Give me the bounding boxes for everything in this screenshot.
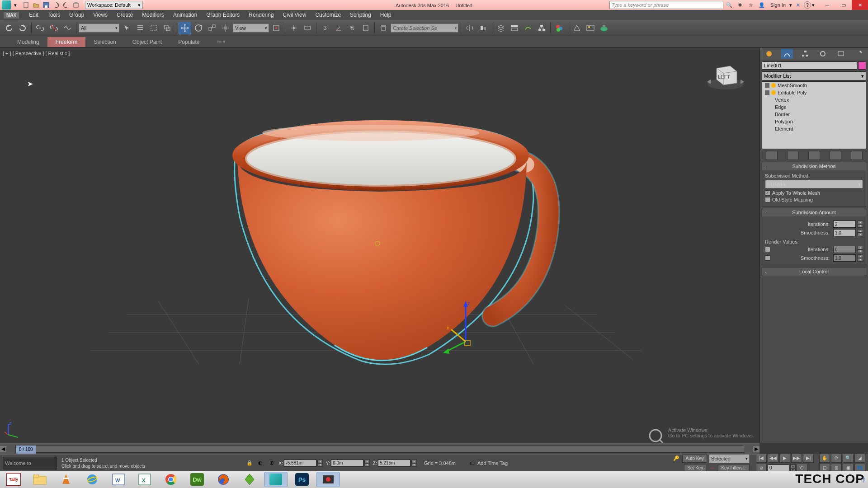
configure-sets-icon[interactable] — [851, 151, 863, 160]
selection-filter-dropdown[interactable]: All — [79, 23, 119, 33]
render-smoothness-checkbox[interactable] — [765, 255, 770, 261]
edit-named-sel-icon[interactable] — [377, 22, 390, 34]
taskbar-coreldraw[interactable] — [238, 472, 261, 487]
modifier-vertex[interactable]: Vertex — [762, 96, 866, 103]
manipulate-icon[interactable] — [288, 22, 300, 34]
modifier-editable-poly[interactable]: Editable Poly — [762, 89, 866, 96]
align-icon[interactable] — [477, 22, 490, 34]
pin-stack-icon[interactable] — [766, 151, 778, 160]
add-time-tag[interactable]: Add Time Tag — [477, 460, 508, 466]
zoom-icon[interactable]: 🔍 — [843, 454, 854, 463]
angle-snap-icon[interactable] — [332, 22, 345, 34]
old-style-mapping-checkbox[interactable] — [765, 197, 770, 202]
app-icon[interactable] — [2, 0, 11, 9]
ribbon-tab-populate[interactable]: Populate — [170, 37, 208, 47]
arc-rotate-icon[interactable]: ⟳ — [831, 454, 842, 463]
named-selection-dropdown[interactable]: Create Selection Se — [391, 23, 458, 33]
set-key-anim-icon[interactable]: 🔑 — [672, 455, 680, 463]
isolate-icon[interactable]: ◐ — [256, 459, 265, 468]
select-object-icon[interactable] — [120, 22, 133, 34]
coord-y-input[interactable] — [331, 460, 363, 467]
toggle-ribbon-icon[interactable] — [508, 22, 521, 34]
taskbar-word[interactable]: W — [107, 472, 130, 487]
modifier-stack[interactable]: MeshSmoothEditable PolyVertexEdgeBorderP… — [762, 81, 866, 149]
percent-snap-icon[interactable]: % — [346, 22, 359, 34]
schematic-view-icon[interactable] — [535, 22, 548, 34]
undo-icon[interactable] — [52, 1, 61, 9]
view-cube[interactable]: LEFT — [705, 57, 746, 93]
show-end-result-icon[interactable] — [787, 151, 799, 160]
spinner-snap-icon[interactable] — [359, 22, 372, 34]
transform-gizmo[interactable]: z x — [443, 299, 506, 371]
goto-end-icon[interactable]: ▶| — [803, 454, 814, 463]
new-icon[interactable] — [22, 1, 31, 9]
prev-frame-icon[interactable]: ◀◀ — [768, 454, 778, 463]
help-icon[interactable]: ? — [804, 1, 811, 9]
curve-editor-icon[interactable] — [522, 22, 534, 34]
signin-link[interactable]: Sign In — [770, 2, 786, 8]
window-crossing-icon[interactable] — [161, 22, 174, 34]
menu-group[interactable]: Group — [65, 12, 89, 18]
render-smoothness-spinner[interactable]: ▲▼ — [858, 254, 863, 262]
rollout-subdivision-method[interactable]: Subdivision Method — [762, 162, 866, 170]
rollout-local-control[interactable]: Local Control — [762, 267, 866, 276]
menu-create[interactable]: Create — [112, 12, 137, 18]
select-by-name-icon[interactable] — [134, 22, 146, 34]
search-icon[interactable]: 🔍 — [724, 1, 734, 9]
undo-button[interactable] — [3, 22, 15, 34]
timeline-prev[interactable]: ◀ — [0, 446, 6, 452]
modifier-element[interactable]: Element — [762, 125, 866, 132]
coordinate-system-dropdown[interactable]: View — [233, 23, 269, 33]
taskbar-firefox[interactable] — [212, 472, 235, 487]
link-icon[interactable] — [34, 22, 47, 34]
render-setup-icon[interactable] — [571, 22, 583, 34]
menu-civil-view[interactable]: Civil View — [278, 12, 311, 18]
ribbon-tab-modeling[interactable]: Modeling — [9, 37, 47, 47]
pan-view-icon[interactable]: ✋ — [819, 454, 830, 463]
autokey-button[interactable]: Auto Key — [682, 455, 707, 463]
maxscript-mini-listener[interactable]: Welcome to — [3, 457, 57, 469]
object-color-swatch[interactable] — [858, 61, 866, 70]
next-frame-icon[interactable]: ▶▶ — [791, 454, 802, 463]
open-icon[interactable] — [32, 1, 41, 9]
render-iterations-checkbox[interactable] — [765, 247, 770, 252]
menu-edit[interactable]: Edit — [24, 12, 43, 18]
coord-z-input[interactable] — [378, 460, 410, 467]
ribbon-customize-icon[interactable]: ▭ ▾ — [217, 39, 226, 45]
render-iterations-input[interactable] — [833, 246, 856, 253]
rollout-subdivision-amount[interactable]: Subdivision Amount — [762, 208, 866, 216]
pivot-center-icon[interactable] — [270, 22, 283, 34]
scale-tool-icon[interactable] — [206, 22, 218, 34]
menu-customize[interactable]: Customize — [311, 12, 345, 18]
taskbar-excel[interactable]: X — [133, 472, 156, 487]
taskbar-recorder[interactable] — [316, 472, 340, 487]
menu-views[interactable]: Views — [89, 12, 112, 18]
goto-start-icon[interactable]: |◀ — [756, 454, 767, 463]
ribbon-tab-selection[interactable]: Selection — [85, 37, 124, 47]
modifier-list-dropdown[interactable]: Modifier List▾ — [762, 71, 866, 80]
object-name-input[interactable] — [762, 61, 857, 70]
utilities-tab-icon[interactable] — [853, 49, 865, 59]
frame-indicator[interactable]: 0 / 100 — [16, 445, 36, 454]
viewport[interactable]: [ + ] [ Perspective ] [ Realistic ] — [0, 48, 760, 443]
make-unique-icon[interactable] — [808, 151, 820, 160]
bind-spacewarp-icon[interactable] — [61, 22, 74, 34]
search-input[interactable]: Type a keyword or phrase — [609, 1, 723, 9]
keyboard-shortcut-icon[interactable] — [301, 22, 314, 34]
render-production-icon[interactable] — [598, 22, 610, 34]
close-button[interactable]: ✕ — [852, 0, 868, 10]
modifier-meshsmooth[interactable]: MeshSmooth — [762, 82, 866, 89]
iterations-spinner[interactable]: ▲▼ — [858, 221, 863, 228]
rotate-tool-icon[interactable] — [192, 22, 205, 34]
timeline-track[interactable]: 0 / 100 — [15, 446, 744, 453]
menu-tools[interactable]: Tools — [43, 12, 65, 18]
hierarchy-tab-icon[interactable] — [799, 49, 811, 59]
placement-tool-icon[interactable] — [219, 22, 232, 34]
coord-y-spinner[interactable]: ▲▼ — [364, 460, 370, 467]
redo-icon[interactable] — [61, 1, 71, 9]
fov-icon[interactable]: ◢ — [854, 454, 865, 463]
rendered-frame-icon[interactable] — [584, 22, 597, 34]
taskbar-photoshop[interactable]: Ps — [290, 472, 314, 487]
play-icon[interactable]: ▶ — [779, 454, 790, 463]
apply-whole-mesh-checkbox[interactable]: ✓ — [765, 190, 770, 196]
